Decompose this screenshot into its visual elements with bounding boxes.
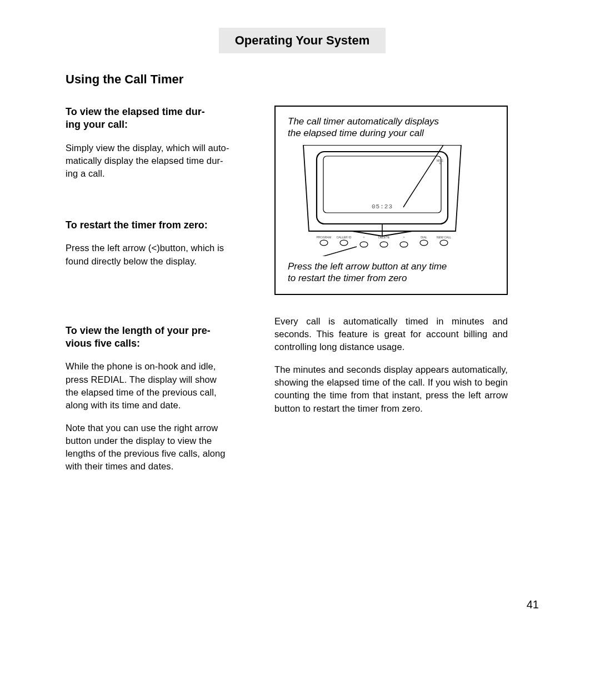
subhead-text: vious five calls: [66, 338, 140, 349]
btn-label-dial: DIAL [421, 236, 427, 239]
subhead-view-elapsed: To view the elapsed time dur- ing your c… [66, 106, 243, 132]
phone-diagram: MSG 05:23 PROGRAM CALLER ID < [288, 145, 477, 256]
subhead-restart-timer: To restart the timer from zero: [66, 219, 243, 232]
svg-line-5 [403, 198, 409, 207]
subhead-text: To view the elapsed time dur- [66, 106, 205, 117]
btn-label-newcall: NEW CALL [437, 236, 452, 239]
subhead-previous-calls: To view the length of your pre- vious fi… [66, 324, 243, 351]
body-paragraph: Note that you can use the right arrow bu… [66, 422, 243, 473]
caption-text: to restart the timer from zero [288, 273, 407, 283]
svg-point-7 [340, 240, 348, 246]
body-text: While the phone is on-hook and idle, [66, 361, 216, 371]
btn-label-left: < [363, 236, 364, 239]
svg-point-10 [420, 240, 428, 246]
subhead-text: To view the length of your pre- [66, 325, 211, 336]
body-paragraph: While the phone is on-hook and idle, pre… [66, 360, 243, 411]
svg-point-2 [439, 162, 441, 164]
svg-point-6 [320, 240, 328, 246]
btn-label-program: PROGRAM [317, 236, 332, 239]
body-text: found directly below the display. [66, 256, 197, 266]
svg-point-9 [400, 242, 408, 247]
svg-point-11 [440, 240, 448, 246]
btn-label-right: > [403, 236, 404, 239]
body-text: lengths of the previous five calls, alon… [66, 448, 226, 458]
svg-point-8 [380, 242, 388, 247]
body-text: with their times and dates. [66, 461, 173, 471]
caption-text: the elapsed time during your call [288, 128, 424, 138]
figure-box: The call timer automatically displays th… [274, 106, 508, 295]
body-paragraph: Every call is automatically timed in min… [274, 315, 508, 353]
body-text: Press the left arrow (<)button, which is [66, 243, 224, 253]
msg-label: MSG [437, 159, 443, 162]
figure-caption-bottom: Press the left arrow button at any time … [288, 261, 494, 284]
section-title: Using the Call Timer [66, 72, 539, 87]
body-paragraph: The minutes and seconds display appears … [274, 363, 508, 414]
figure-caption-top: The call timer automatically displays th… [288, 116, 494, 139]
body-text: Note that you can use the right arrow [66, 423, 218, 433]
caption-text: Press the left arrow button at any time [288, 261, 447, 272]
display-value: 05:23 [372, 203, 393, 210]
body-text: the elapsed time of the previous call, [66, 387, 217, 397]
svg-line-4 [409, 145, 443, 198]
body-paragraph: Simply view the display, which will auto… [66, 142, 243, 180]
svg-line-12 [320, 247, 357, 256]
button-row: PROGRAM CALLER ID < DELETE > DIAL NEW CA… [317, 236, 452, 247]
body-paragraph: Press the left arrow (<)button, which is… [66, 242, 243, 267]
body-text: Simply view the display, which will auto… [66, 143, 229, 153]
subhead-text: ing your call: [66, 119, 128, 130]
page-number: 41 [527, 598, 539, 611]
page-header: Operating Your System [219, 28, 386, 53]
btn-label-callerid: CALLER ID [337, 236, 352, 239]
body-text: ing a call. [66, 168, 105, 178]
body-text: matically display the elapsed time dur- [66, 156, 223, 166]
caption-text: The call timer automatically displays [288, 116, 439, 127]
body-text: along with its time and date. [66, 400, 181, 410]
left-column: To view the elapsed time dur- ing your c… [66, 106, 243, 483]
left-arrow-button [360, 242, 368, 247]
body-text: press REDIAL. The display will show [66, 374, 217, 384]
right-column: The call timer automatically displays th… [274, 106, 508, 425]
body-text: button under the display to view the [66, 436, 212, 446]
btn-label-delete: DELETE [378, 236, 390, 239]
